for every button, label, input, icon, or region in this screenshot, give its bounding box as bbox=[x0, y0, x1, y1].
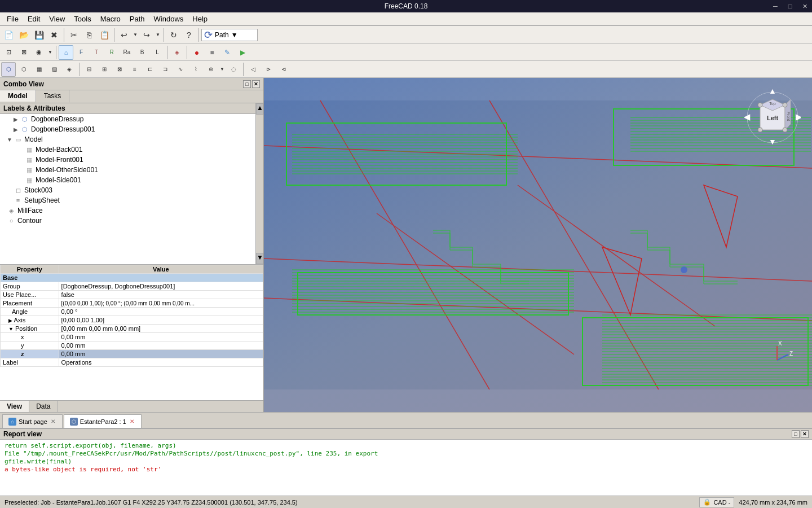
tab-data[interactable]: Data bbox=[29, 401, 58, 412]
undo-dropdown[interactable]: ▼ bbox=[132, 28, 139, 42]
scrollbar-up[interactable]: ▲ bbox=[256, 103, 263, 115]
maximize-button[interactable]: □ bbox=[783, 0, 797, 12]
tree-item-modelfront[interactable]: ▦ Model-Front001 bbox=[0, 155, 255, 165]
path-op3[interactable]: ▦ bbox=[32, 62, 46, 77]
prop-row-useplace[interactable]: Use Place... false bbox=[1, 291, 263, 299]
menu-item-macro[interactable]: Macro bbox=[96, 14, 125, 24]
minimize-button[interactable]: ─ bbox=[768, 0, 783, 12]
prop-row-angle[interactable]: Angle 0,00 ° bbox=[1, 308, 263, 316]
menu-item-windows[interactable]: Windows bbox=[149, 14, 188, 24]
redo-dropdown[interactable]: ▼ bbox=[155, 28, 161, 42]
tree-item-stock[interactable]: ◻ Stock003 bbox=[0, 185, 255, 195]
scrollbar-down[interactable]: ▼ bbox=[256, 253, 263, 264]
new-button[interactable]: 📄 bbox=[1, 28, 16, 42]
navigation-cube[interactable]: ▲ ▼ ◀ ▶ Left Top Front bbox=[744, 89, 801, 146]
path-op7[interactable]: ⊞ bbox=[97, 62, 112, 77]
tab-view[interactable]: View bbox=[0, 401, 29, 412]
combo-restore-icon[interactable]: □ bbox=[243, 80, 251, 88]
prop-row-position[interactable]: ▼ Position [0,00 mm 0,00 mm 0,00 mm] bbox=[1, 325, 263, 333]
tab-tasks[interactable]: Tasks bbox=[36, 90, 70, 103]
combo-header-icons[interactable]: □ ✕ bbox=[243, 80, 260, 88]
tree-item-setupsheet[interactable]: ≡ SetupSheet bbox=[0, 195, 255, 205]
path-op10[interactable]: ⊏ bbox=[143, 62, 157, 77]
macro-run-button[interactable]: ▶ bbox=[235, 45, 250, 60]
path-op12[interactable]: ∿ bbox=[173, 62, 188, 77]
fit-all-button[interactable]: ⊡ bbox=[1, 45, 16, 60]
path-op16[interactable]: ◁ bbox=[246, 62, 261, 77]
viewport[interactable]: Z X ▲ ▼ ◀ ▶ Left bbox=[264, 78, 812, 412]
help-button[interactable]: ? bbox=[182, 28, 196, 42]
view-front-button[interactable]: F bbox=[74, 45, 89, 60]
path-op5[interactable]: ◈ bbox=[62, 62, 77, 77]
tree-item-contour[interactable]: ○ Contour bbox=[0, 216, 255, 226]
stop-button[interactable]: ■ bbox=[205, 45, 219, 60]
path-op13[interactable]: ⌇ bbox=[188, 62, 203, 77]
open-button[interactable]: 📂 bbox=[16, 28, 31, 42]
view-top-button[interactable]: T bbox=[89, 45, 104, 60]
prop-row-label[interactable]: Label Operations bbox=[1, 358, 263, 367]
prop-row-y[interactable]: y 0,00 mm bbox=[1, 341, 263, 350]
prop-row-x[interactable]: x 0,00 mm bbox=[1, 333, 263, 341]
path-op18[interactable]: ⊲ bbox=[276, 62, 291, 77]
tab-model[interactable]: Model bbox=[0, 90, 36, 103]
tree-item-millface[interactable]: ◈ MillFace bbox=[0, 205, 255, 216]
report-header-icons[interactable]: □ ✕ bbox=[792, 430, 809, 438]
path-op8[interactable]: ⊠ bbox=[112, 62, 127, 77]
tree-item-modelother[interactable]: ▦ Model-OtherSide001 bbox=[0, 165, 255, 175]
path-op2[interactable]: ⬡ bbox=[16, 62, 31, 77]
path-op17[interactable]: ⊳ bbox=[261, 62, 276, 77]
prop-row-placement[interactable]: Placement [(0,00 0,00 1,00); 0,00 °; (0,… bbox=[1, 299, 263, 308]
menu-item-file[interactable]: File bbox=[2, 14, 23, 24]
menu-item-path[interactable]: Path bbox=[125, 14, 149, 24]
cad-status[interactable]: 🔒 CAD - bbox=[699, 497, 734, 507]
menu-item-view[interactable]: View bbox=[45, 14, 69, 24]
close-doc-button[interactable]: ✖ bbox=[47, 28, 61, 42]
window-controls[interactable]: ─ □ ✕ bbox=[768, 0, 812, 12]
workbench-dropdown[interactable]: ⟳ Path ▼ bbox=[201, 29, 258, 41]
path-op9[interactable]: ≡ bbox=[127, 62, 142, 77]
refresh-button[interactable]: ↻ bbox=[166, 28, 181, 42]
fit-selection-button[interactable]: ⊠ bbox=[16, 45, 31, 60]
cut-button[interactable]: ✂ bbox=[67, 28, 81, 42]
menu-item-edit[interactable]: Edit bbox=[23, 14, 45, 24]
prop-row-axis[interactable]: ▶ Axis [0,00 0,00 1,00] bbox=[1, 316, 263, 325]
copy-button[interactable]: ⎘ bbox=[82, 28, 96, 42]
tree-item-dogbone[interactable]: ▶ ⬡ DogboneDressup bbox=[0, 114, 255, 124]
startpage-close[interactable]: ✕ bbox=[50, 418, 56, 425]
menu-item-help[interactable]: Help bbox=[188, 14, 212, 24]
paste-button[interactable]: 📋 bbox=[97, 28, 112, 42]
path-op15[interactable]: ◌ bbox=[226, 62, 241, 77]
report-close-icon[interactable]: ✕ bbox=[801, 430, 809, 438]
path-op4[interactable]: ▧ bbox=[47, 62, 61, 77]
macro-edit-button[interactable]: ✎ bbox=[220, 45, 235, 60]
path-op11[interactable]: ⊐ bbox=[158, 62, 173, 77]
combo-close-icon[interactable]: ✕ bbox=[252, 80, 260, 88]
tree-scrollbar[interactable]: ▲ ▼ bbox=[255, 103, 263, 264]
prop-row-group[interactable]: Group [DogboneDressup, DogboneDressup001… bbox=[1, 282, 263, 291]
play-button[interactable]: ● bbox=[189, 45, 204, 60]
save-button[interactable]: 💾 bbox=[32, 28, 46, 42]
path-op1[interactable]: ⬡ bbox=[1, 62, 16, 77]
prop-row-z[interactable]: z 0,00 mm bbox=[1, 350, 263, 358]
menu-item-tools[interactable]: Tools bbox=[69, 14, 95, 24]
tab-startpage[interactable]: ⌂ Start page ✕ bbox=[2, 414, 63, 428]
draw-style-dd[interactable]: ▼ bbox=[47, 45, 54, 60]
estante-close[interactable]: ✕ bbox=[129, 418, 135, 425]
snap-button[interactable]: ◈ bbox=[170, 45, 184, 60]
undo-button[interactable]: ↩ bbox=[117, 28, 131, 42]
view-rear-button[interactable]: Ra bbox=[120, 45, 134, 60]
view-left-button[interactable]: L bbox=[150, 45, 165, 60]
tree-item-model[interactable]: ▼ ▭ Model bbox=[0, 134, 255, 144]
tab-estantepara2[interactable]: ⬡ EstantePara2 : 1 ✕ bbox=[64, 414, 142, 428]
path-op6[interactable]: ⊟ bbox=[82, 62, 96, 77]
tree-item-dogbone001[interactable]: ▶ ⬡ DogboneDressup001 bbox=[0, 124, 255, 134]
draw-style-button[interactable]: ◉ bbox=[32, 45, 46, 60]
view-bottom-button[interactable]: B bbox=[135, 45, 149, 60]
redo-button[interactable]: ↪ bbox=[139, 28, 154, 42]
tree-item-modelback[interactable]: ▦ Model-Back001 bbox=[0, 144, 255, 155]
view-right-button[interactable]: R bbox=[104, 45, 119, 60]
report-restore-icon[interactable]: □ bbox=[792, 430, 800, 438]
view-home-button[interactable]: ⌂ bbox=[59, 45, 73, 60]
path-op14[interactable]: ⊜ bbox=[204, 62, 218, 77]
close-button[interactable]: ✕ bbox=[797, 0, 812, 12]
